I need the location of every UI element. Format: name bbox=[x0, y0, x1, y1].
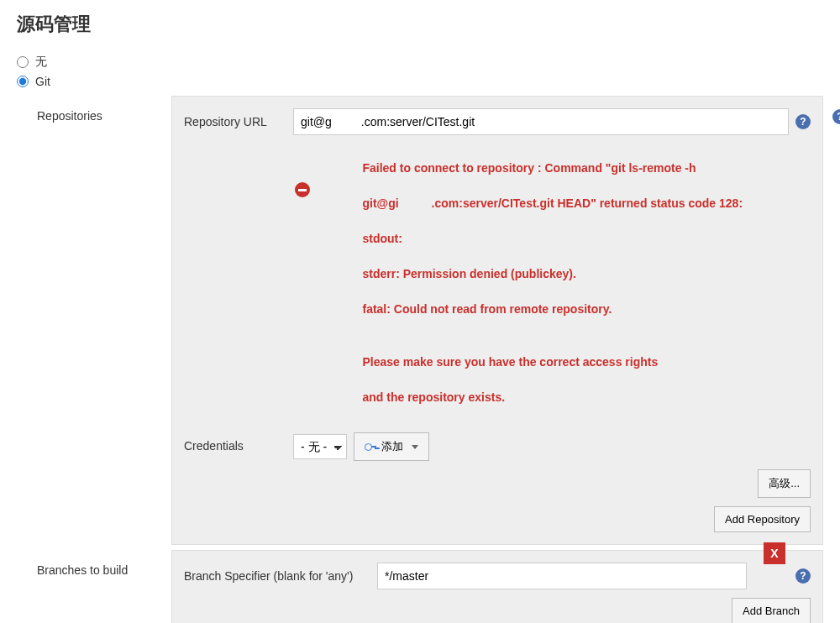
branches-label: Branches to build bbox=[37, 550, 171, 584]
advanced-button[interactable]: 高级... bbox=[758, 469, 811, 498]
error-icon bbox=[295, 182, 310, 197]
scm-option-git[interactable]: Git bbox=[0, 72, 840, 91]
error-line: Please make sure you have the correct ac… bbox=[362, 355, 658, 369]
branch-specifier-input[interactable] bbox=[377, 563, 747, 589]
error-line: fatal: Could not read from remote reposi… bbox=[362, 302, 612, 316]
error-line: Failed to connect to repository : Comman… bbox=[362, 161, 696, 175]
repo-url-label: Repository URL bbox=[184, 108, 293, 128]
error-line: git@gi .com:server/CITest.git HEAD" retu… bbox=[362, 196, 743, 210]
radio-none-label: 无 bbox=[35, 55, 47, 70]
help-icon[interactable]: ? bbox=[832, 109, 840, 124]
credentials-select[interactable]: - 无 - bbox=[293, 434, 347, 459]
error-line: and the repository exists. bbox=[362, 390, 505, 404]
key-icon bbox=[365, 443, 376, 450]
radio-git-label: Git bbox=[35, 75, 50, 88]
error-line: stdout: bbox=[362, 232, 402, 245]
add-credentials-label: 添加 bbox=[381, 439, 403, 454]
page-title: 源码管理 bbox=[0, 0, 840, 52]
delete-branch-button[interactable]: X bbox=[764, 542, 785, 564]
error-line: stderr: Permission denied (publickey). bbox=[362, 267, 575, 280]
repositories-label: Repositories bbox=[37, 96, 171, 129]
radio-git[interactable] bbox=[17, 76, 29, 87]
chevron-down-icon bbox=[412, 445, 418, 449]
error-message: Failed to connect to repository : Comman… bbox=[293, 142, 811, 424]
repo-url-input[interactable] bbox=[293, 108, 789, 135]
repositories-panel: ? Repository URL ? Failed to connect to … bbox=[171, 96, 823, 545]
branches-panel: X Branch Specifier (blank for 'any') ? A… bbox=[171, 550, 823, 623]
radio-none[interactable] bbox=[17, 56, 29, 68]
branch-specifier-label: Branch Specifier (blank for 'any') bbox=[184, 563, 377, 583]
help-icon[interactable]: ? bbox=[795, 114, 811, 129]
help-icon[interactable]: ? bbox=[795, 568, 811, 584]
add-credentials-button[interactable]: 添加 bbox=[354, 432, 429, 461]
add-repository-button[interactable]: Add Repository bbox=[714, 506, 811, 532]
scm-option-none[interactable]: 无 bbox=[0, 52, 840, 72]
credentials-label: Credentials bbox=[184, 432, 293, 453]
add-branch-button[interactable]: Add Branch bbox=[732, 598, 811, 623]
